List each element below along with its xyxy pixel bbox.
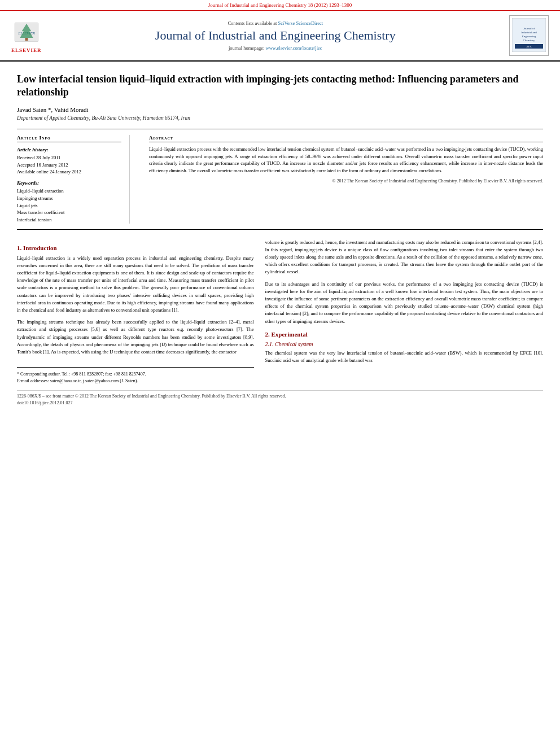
contents-line: Contents lists available at SciVerse Sci… xyxy=(47,20,504,26)
accepted-date: Accepted 16 January 2012 xyxy=(17,161,121,169)
keyword-5: Interfacial tension xyxy=(17,216,121,224)
footer-bar: 1226-086X/$ – see front matter © 2012 Th… xyxy=(17,390,543,407)
received-date: Received 28 July 2011 xyxy=(17,154,121,161)
section1-col2-para1: volume is greatly reduced and, hence, th… xyxy=(265,239,543,276)
paper-title: Low interfacial tension liquid–liquid ex… xyxy=(17,73,543,99)
affiliation-text: Department of Applied Chemistry, Bu-Ali … xyxy=(17,115,543,121)
journal-homepage-link[interactable]: www.elsevier.com/locate/jiec xyxy=(266,45,322,51)
available-date: Available online 24 January 2012 xyxy=(17,168,121,176)
keywords-label: Keywords: xyxy=(17,180,121,186)
main-col-right: volume is greatly reduced and, hence, th… xyxy=(265,239,543,385)
svg-text:Engineering: Engineering xyxy=(522,35,536,38)
abstract-heading: Abstract xyxy=(149,135,543,142)
section1-col2-para2: Due to its advantages and in continuity … xyxy=(265,281,543,325)
authors-text: Javad Saien *, Vahid Moradi xyxy=(17,106,89,113)
keyword-4: Mass transfer coefficient xyxy=(17,209,121,216)
journal-title-block: Contents lists available at SciVerse Sci… xyxy=(42,20,509,51)
main-content: 1. Introduction Liquid–liquid extraction… xyxy=(17,239,543,385)
keyword-2: Impinging streams xyxy=(17,195,121,202)
footnote-bar: * Corresponding author. Tel.: +98 811 82… xyxy=(17,367,254,385)
journal-main-title: Journal of Industrial and Engineering Ch… xyxy=(47,28,504,43)
journal-reference-bar: Journal of Industrial and Engineering Ch… xyxy=(0,0,560,11)
svg-text:JIEC: JIEC xyxy=(526,45,532,48)
elsevier-wordmark: ELSEVIER xyxy=(11,47,42,53)
sciverse-link[interactable]: SciVerse ScienceDirect xyxy=(278,20,323,26)
abstract-text: Liquid–liquid extraction process with th… xyxy=(149,146,543,174)
footnote-text: * Corresponding author. Tel.: +98 811 82… xyxy=(17,371,254,385)
journal-homepage: journal homepage: www.elsevier.com/locat… xyxy=(47,45,504,51)
svg-text:Industrial and: Industrial and xyxy=(521,31,537,34)
abstract-copyright: © 2012 The Korean Society of Industrial … xyxy=(149,178,543,185)
section2-heading: 2. Experimental xyxy=(265,331,543,338)
elsevier-logo: ELSEVIER ELSEVIER xyxy=(11,18,42,53)
article-history-label: Article history: xyxy=(17,147,121,152)
svg-text:Journal of: Journal of xyxy=(523,27,535,30)
keywords-list: Liquid–liquid extraction Impinging strea… xyxy=(17,187,121,224)
elsevier-tree-icon: ELSEVIER xyxy=(12,18,41,46)
section1-para1: Liquid–liquid extraction is a widely use… xyxy=(17,255,254,314)
section2-1-text: The chemical system was the very low int… xyxy=(265,350,543,364)
svg-rect-3 xyxy=(25,38,28,41)
keyword-3: Liquid jets xyxy=(17,202,121,209)
main-col-left: 1. Introduction Liquid–liquid extraction… xyxy=(17,239,254,385)
article-info-column: Article Info Article history: Received 2… xyxy=(17,135,130,224)
footer-text: 1226-086X/$ – see front matter © 2012 Th… xyxy=(17,393,543,407)
journal-header: ELSEVIER ELSEVIER Contents lists availab… xyxy=(0,11,560,62)
section1-heading: 1. Introduction xyxy=(17,244,254,251)
section1-para2: The impinging streams technique has alre… xyxy=(17,318,254,356)
paper-body: Low interfacial tension liquid–liquid ex… xyxy=(0,62,560,418)
article-info-heading: Article Info xyxy=(17,135,121,142)
article-info-abstract-section: Article Info Article history: Received 2… xyxy=(17,129,543,230)
journal-cover-image: Journal of Industrial and Engineering Ch… xyxy=(509,15,549,56)
journal-logo-right: Journal of Industrial and Engineering Ch… xyxy=(509,15,549,56)
svg-text:Chemistry: Chemistry xyxy=(523,39,535,42)
journal-reference-text: Journal of Industrial and Engineering Ch… xyxy=(208,2,352,8)
cover-svg: Journal of Industrial and Engineering Ch… xyxy=(512,18,546,52)
abstract-column: Abstract Liquid–liquid extraction proces… xyxy=(141,135,543,224)
section2-1-heading: 2.1. Chemical system xyxy=(265,341,543,347)
authors-line: Javad Saien *, Vahid Moradi xyxy=(17,106,543,113)
keyword-1: Liquid–liquid extraction xyxy=(17,187,121,195)
